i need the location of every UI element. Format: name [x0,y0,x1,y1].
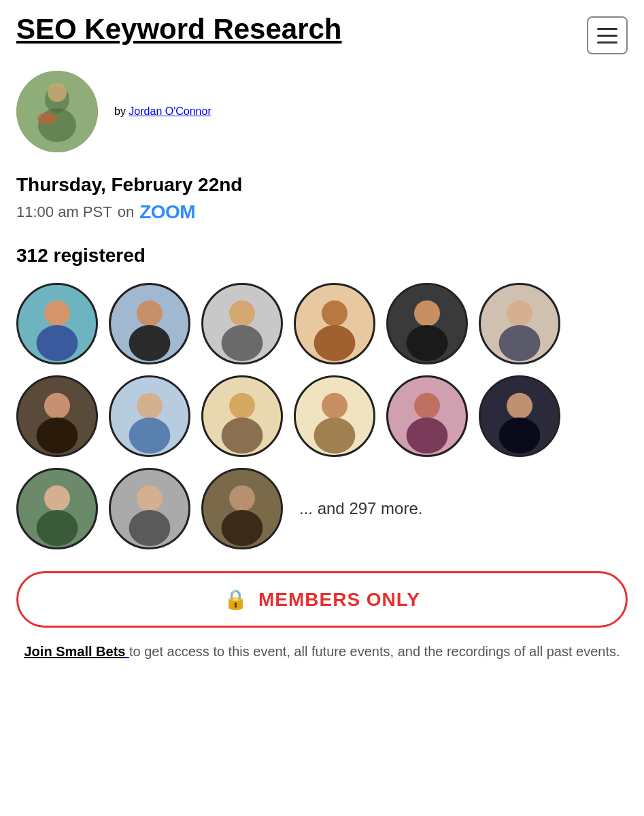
event-time-row: 11:00 am PST on ZOOM [16,201,628,223]
avatar-7 [16,375,98,457]
svg-point-10 [129,325,171,361]
avatar-10 [294,375,375,457]
author-by-text: by [114,105,126,117]
join-section: Join Small Bets to get access to this ev… [16,641,628,662]
svg-point-46 [129,510,171,546]
avatar-6 [479,283,560,364]
more-text: ... and 297 more. [299,499,422,518]
svg-point-36 [414,393,440,419]
svg-point-15 [322,301,348,326]
zoom-logo: ZOOM [139,201,195,223]
svg-point-30 [229,393,255,419]
author-info: by Jordan O'Connor [114,105,211,118]
avatar-15 [201,468,283,549]
svg-point-34 [314,418,356,454]
svg-point-42 [44,486,70,511]
svg-point-9 [137,301,163,326]
svg-point-18 [414,301,440,326]
menu-bar-2 [597,35,617,37]
avatar-row-3: ... and 297 more. [16,468,628,549]
members-only-button[interactable]: 🔒 MEMBERS ONLY [16,571,628,628]
svg-point-39 [507,393,532,419]
svg-point-31 [222,418,263,454]
author-avatar [16,71,98,152]
menu-button[interactable] [587,16,628,54]
avatar-4 [294,283,375,364]
svg-point-48 [229,486,255,511]
join-link-text: Join Small Bets [24,644,125,659]
svg-point-45 [137,486,163,511]
svg-point-40 [499,418,541,454]
avatar-12 [479,375,560,457]
svg-point-19 [407,325,448,361]
avatar-2 [109,283,190,364]
svg-point-6 [44,301,70,326]
lock-icon: 🔒 [224,588,248,611]
avatar-11 [386,375,468,457]
svg-point-12 [229,301,255,326]
join-description: to get access to this event, all future … [129,644,620,659]
svg-point-33 [322,393,348,419]
avatar-13 [16,468,98,549]
avatars-grid [16,283,628,457]
svg-point-25 [37,418,78,454]
author-name: Jordan O'Connor [129,105,211,117]
svg-point-16 [314,325,356,361]
avatar-8 [109,375,190,457]
author-name-link[interactable]: Jordan O'Connor [129,105,211,117]
avatar-1 [16,283,98,364]
header: SEO Keyword Research [16,14,628,54]
join-link[interactable]: Join Small Bets [24,644,129,659]
event-time-on: on [118,203,134,221]
avatar-5 [386,283,468,364]
svg-point-21 [507,301,532,326]
members-button-label: MEMBERS ONLY [258,589,420,611]
avatar-14 [109,468,190,549]
event-date: Thursday, February 22nd [16,174,628,196]
registered-count: 312 registered [16,245,628,267]
svg-point-22 [499,325,541,361]
svg-point-37 [407,418,448,454]
svg-point-49 [222,510,263,546]
svg-point-7 [37,325,78,361]
svg-point-13 [222,325,263,361]
svg-point-27 [137,393,163,419]
menu-bar-3 [597,41,617,44]
event-time-text: 11:00 am PST [16,203,112,221]
page-title: SEO Keyword Research [16,14,342,45]
svg-point-43 [37,510,78,546]
menu-bar-1 [597,28,617,30]
avatar-3 [201,283,283,364]
author-section: by Jordan O'Connor [16,71,628,152]
svg-point-28 [129,418,171,454]
svg-point-24 [44,393,70,419]
avatar-9 [201,375,283,457]
svg-point-4 [37,113,56,124]
svg-point-3 [48,83,67,102]
